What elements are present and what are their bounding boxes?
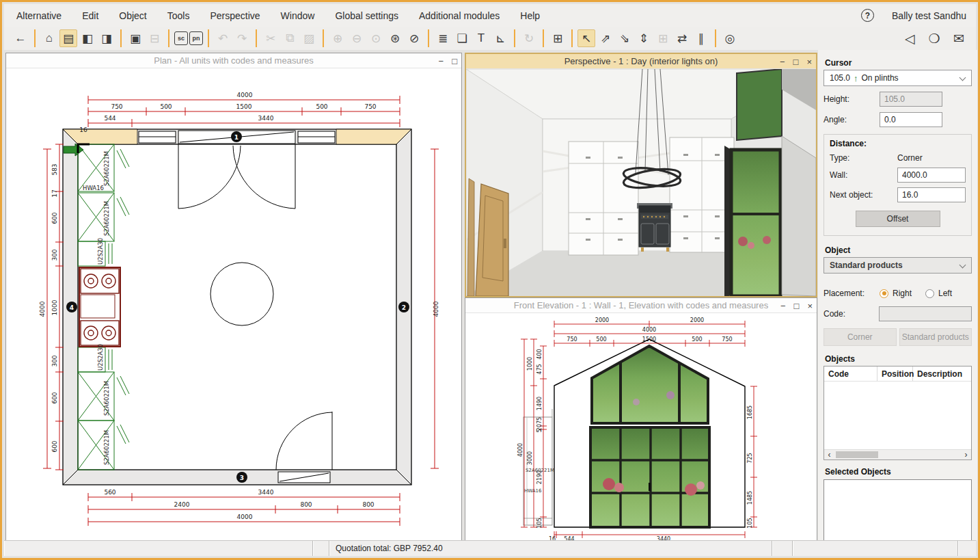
scroll-right-icon[interactable]: ›: [961, 450, 971, 459]
units-view-icon[interactable]: ▤: [59, 29, 77, 47]
wall-attach-icon[interactable]: ⇄: [673, 29, 691, 47]
svg-text:4000: 4000: [39, 301, 46, 317]
maximize-icon[interactable]: □: [452, 56, 457, 66]
svg-text:S2A60221M: S2A60221M: [103, 430, 110, 465]
close-icon[interactable]: ×: [806, 57, 812, 67]
cut-icon[interactable]: ✂: [262, 29, 280, 47]
column-code[interactable]: Code: [824, 366, 877, 381]
parallel-walls-icon[interactable]: ∥: [692, 29, 710, 47]
svg-text:750: 750: [722, 336, 732, 343]
zoom-all-icon[interactable]: ⊛: [386, 29, 404, 47]
height-field[interactable]: [880, 92, 942, 107]
plan-window-title: Plan - All units with codes and measures: [154, 55, 313, 66]
copy-icon[interactable]: ⧉: [281, 29, 299, 47]
selected-objects-box[interactable]: [824, 479, 972, 540]
perspective-window: Perspective - 1 : Day (interior lights o…: [465, 53, 817, 297]
elevation-window-titlebar[interactable]: Front Elevation - 1 : Wall - 1, Elevatio…: [465, 298, 817, 313]
user-name[interactable]: Bally test Sandhu: [892, 10, 966, 21]
svg-text:4: 4: [70, 304, 74, 311]
close-icon[interactable]: ×: [807, 301, 813, 311]
paste-icon[interactable]: ▨: [300, 29, 318, 47]
objects-table[interactable]: Code Position Description ‹ ›: [824, 366, 972, 460]
side-view-icon[interactable]: ◨: [98, 29, 115, 47]
menu-perspective[interactable]: Perspective: [210, 10, 260, 21]
save-icon[interactable]: ▣: [126, 29, 144, 47]
svg-text:600: 600: [51, 392, 58, 403]
panorama-icon[interactable]: pn: [189, 31, 203, 45]
wall-distance-field[interactable]: [897, 168, 966, 183]
next-object-field[interactable]: [897, 187, 966, 202]
svg-text:2075: 2075: [536, 417, 543, 431]
objects-table-header: Code Position Description: [824, 366, 971, 382]
elevation-window: Front Elevation - 1 : Wall - 1, Elevatio…: [465, 297, 817, 543]
offset-button[interactable]: Offset: [856, 211, 940, 227]
zoom-window-icon[interactable]: ⊙: [367, 29, 385, 47]
minimize-icon[interactable]: −: [439, 56, 444, 66]
menu-additional-modules[interactable]: Additional modules: [419, 10, 500, 21]
help-icon[interactable]: ?: [861, 9, 874, 22]
email-icon[interactable]: ✉: [950, 29, 968, 47]
menu-alternative[interactable]: Alternative: [16, 10, 62, 21]
plan-canvas[interactable]: S2A60221M S2A60221M U2S2A30 U2S2A30 S2A6…: [6, 68, 461, 542]
scroll-left-icon[interactable]: ‹: [824, 450, 834, 459]
quotation-total: Quotation total: GBP 7952.40: [329, 541, 772, 556]
minimize-icon[interactable]: −: [780, 57, 785, 67]
announcements-icon[interactable]: ◁: [901, 29, 918, 47]
menu-global-settings[interactable]: Global settings: [335, 10, 398, 21]
zoom-out-icon[interactable]: ⊖: [348, 29, 366, 47]
screen-capture-icon[interactable]: sc: [174, 31, 188, 45]
rotate-icon[interactable]: ↻: [520, 29, 538, 47]
zoom-in-icon[interactable]: ⊕: [329, 29, 346, 47]
object-type-dropdown[interactable]: Standard products: [824, 257, 972, 274]
standard-products-button[interactable]: Standard products: [899, 328, 972, 346]
wall-angle-a-icon[interactable]: ⇗: [597, 29, 614, 47]
menu-edit[interactable]: Edit: [82, 10, 98, 21]
svg-text:750: 750: [567, 336, 577, 343]
zoom-previous-icon[interactable]: ⊘: [405, 29, 423, 47]
menu-object[interactable]: Object: [119, 10, 146, 21]
back-icon[interactable]: ←: [12, 29, 29, 47]
menu-help[interactable]: Help: [520, 10, 540, 21]
svg-text:800: 800: [300, 501, 312, 508]
placement-left-radio[interactable]: [925, 289, 934, 298]
text-tool-icon[interactable]: T: [472, 29, 490, 47]
corner-button[interactable]: Corner: [824, 328, 897, 346]
status-segment: [4, 541, 313, 556]
minimize-icon[interactable]: −: [780, 301, 786, 311]
tape-measure-icon[interactable]: ◎: [721, 29, 739, 47]
code-field[interactable]: [879, 306, 972, 321]
menu-tools[interactable]: Tools: [167, 10, 190, 21]
perspective-window-titlebar[interactable]: Perspective - 1 : Day (interior lights o…: [466, 54, 816, 69]
notes-icon[interactable]: ≣: [434, 29, 452, 47]
wall-vertical-icon[interactable]: ⇕: [635, 29, 653, 47]
scrollbar-thumb[interactable]: [836, 451, 878, 458]
redo-icon[interactable]: ↷: [233, 29, 251, 47]
menu-window[interactable]: Window: [281, 10, 315, 21]
select-cursor-icon[interactable]: ↖: [577, 29, 595, 47]
print-icon[interactable]: ⊟: [146, 29, 163, 47]
plan-window: Plan - All units with codes and measures…: [5, 53, 462, 543]
room-plan-icon[interactable]: ⌂: [40, 29, 58, 47]
elevation-canvas[interactable]: S2A60221M HWA16 20002000 4: [465, 313, 817, 542]
undo-icon[interactable]: ↶: [214, 29, 232, 47]
wall-angle-b-icon[interactable]: ⇘: [616, 29, 634, 47]
column-description[interactable]: Description: [913, 366, 971, 381]
feedback-icon[interactable]: ❍: [925, 29, 943, 47]
perspective-canvas[interactable]: [466, 69, 816, 296]
objects-table-hscrollbar[interactable]: ‹ ›: [824, 449, 971, 459]
maximize-icon[interactable]: □: [793, 57, 799, 67]
cursor-mode-dropdown[interactable]: 105.0 ↑ On plinths: [824, 70, 972, 86]
grid-icon[interactable]: ⊞: [654, 29, 672, 47]
calculator-icon[interactable]: ⊞: [549, 29, 567, 47]
angle-field[interactable]: [880, 112, 942, 127]
svg-text:1000: 1000: [51, 299, 58, 315]
frontal-view-icon[interactable]: ◧: [79, 29, 96, 47]
placement-right-radio[interactable]: [880, 289, 888, 298]
svg-text:1500: 1500: [642, 336, 656, 343]
dimension-tool-icon[interactable]: ⊾: [491, 29, 509, 47]
comment-icon[interactable]: ❏: [453, 29, 471, 47]
column-position[interactable]: Position: [877, 366, 913, 381]
plan-window-titlebar[interactable]: Plan - All units with codes and measures…: [6, 53, 461, 68]
maximize-icon[interactable]: □: [794, 301, 800, 311]
code-label: Code:: [824, 309, 879, 319]
